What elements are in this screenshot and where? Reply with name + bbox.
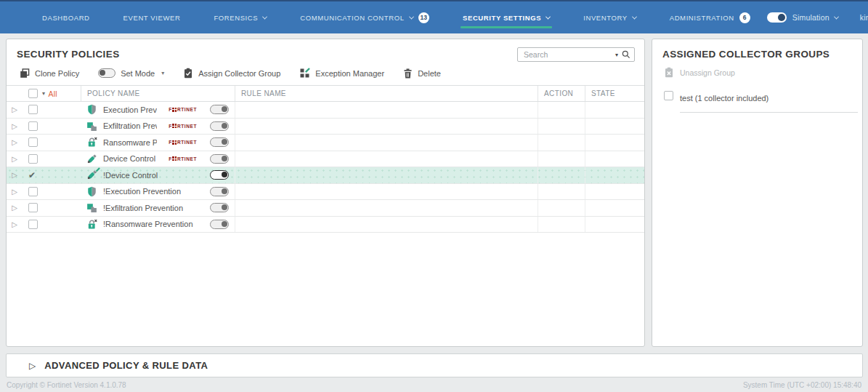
table-row-execution-prevention[interactable]: ▷ Execution PreventionFRTINET (7, 102, 644, 119)
simulation-mode-menu[interactable]: Simulation (792, 13, 838, 22)
row-selected-checkmark-icon[interactable]: ✔ (28, 170, 36, 180)
shield-icon (86, 104, 97, 115)
advanced-bar-label: ADVANCED POLICY & RULE DATA (44, 360, 208, 371)
simulation-mode-label: Simulation (792, 13, 830, 22)
select-all-checkbox[interactable] (28, 89, 38, 98)
action-cell (538, 102, 585, 118)
nav-items: DASHBOARDEVENT VIEWERFORENSICSCOMMUNICAT… (25, 1, 767, 33)
policy-name-cell: Exfiltration PreventionFRTINET (81, 119, 235, 135)
nav-item-communication-control[interactable]: COMMUNICATION CONTROL13 (283, 1, 446, 33)
exception-icon (299, 68, 310, 79)
assign-collector-group-button[interactable]: Assign Collector Group (183, 68, 280, 79)
row-checkbox[interactable] (28, 203, 38, 212)
exception-manager-button[interactable]: Exception Manager (299, 68, 384, 79)
nav-item-label: EVENT VIEWER (123, 14, 181, 22)
nav-item-dashboard[interactable]: DASHBOARD (25, 1, 107, 33)
nav-item-security-settings[interactable]: SECURITY SETTINGS (446, 1, 567, 33)
row-checkbox[interactable] (28, 137, 38, 147)
table-row-device-control[interactable]: ▷✔ !Device Control (7, 167, 644, 184)
chevron-down-icon (545, 14, 551, 19)
chevron-down-icon (834, 14, 839, 19)
advanced-policy-rule-data-bar[interactable]: ▷ ADVANCED POLICY & RULE DATA (6, 353, 863, 377)
expand-row-icon[interactable]: ▷ (7, 151, 23, 167)
policy-state-toggle[interactable] (210, 154, 229, 164)
usb-icon (86, 169, 97, 180)
fortinet-grid-logo[interactable] (11, 9, 15, 25)
group-checkbox[interactable] (664, 91, 673, 100)
policy-name-label: !Execution Prevention (103, 187, 181, 196)
row-checkbox[interactable] (28, 220, 38, 229)
policy-name-cell: Execution PreventionFRTINET (81, 102, 235, 118)
policy-state-toggle[interactable] (210, 121, 229, 131)
toolbar-button-label: Assign Collector Group (198, 69, 280, 78)
state-cell (585, 151, 644, 167)
table-row-device-control[interactable]: ▷ Device ControlFRTINET (7, 151, 644, 168)
row-select-cell (23, 151, 81, 167)
expand-row-icon[interactable]: ▷ (7, 184, 23, 200)
expand-row-icon[interactable]: ▷ (7, 217, 23, 233)
nav-item-forensics[interactable]: FORENSICS (197, 1, 283, 33)
policy-name-label: Exfiltration Prevention (103, 121, 157, 130)
dropdown-caret-icon[interactable]: ▾ (161, 70, 164, 76)
table-row-execution-prevention[interactable]: ▷ !Execution Prevention (7, 184, 644, 201)
header-expander-col (7, 86, 23, 101)
nav-right: Simulation kirill (767, 1, 868, 33)
unassign-clipboard-icon (664, 67, 674, 78)
state-cell (585, 135, 644, 151)
delete-button[interactable]: Delete (403, 68, 441, 79)
policy-state-toggle[interactable] (210, 137, 229, 147)
policy-state-toggle[interactable] (210, 170, 229, 180)
expand-row-icon[interactable]: ▷ (7, 119, 23, 135)
expand-row-icon[interactable]: ▷ (7, 135, 23, 151)
policy-name-label: Ransomware Prevention (103, 138, 157, 147)
search-input[interactable] (524, 50, 615, 59)
expand-row-icon[interactable]: ▷ (7, 167, 23, 183)
row-checkbox[interactable] (28, 121, 38, 131)
policies-table-body: ▷ Execution PreventionFRTINET▷ Exfiltrat… (7, 102, 644, 233)
user-menu[interactable]: kirill (860, 13, 868, 22)
nav-item-label: INVENTORY (583, 14, 627, 22)
action-cell (538, 135, 585, 151)
search-icon[interactable] (622, 50, 630, 59)
group-label-wrap: test (1 collector included) (680, 91, 858, 113)
unassign-group-button[interactable]: Unassign Group (652, 63, 862, 79)
policy-state-toggle[interactable] (210, 203, 229, 212)
select-all-caret-icon[interactable]: ▾ (42, 90, 45, 97)
fortinet-logo: FRTINET (169, 124, 197, 129)
table-row-exfiltration-prevention[interactable]: ▷ Exfiltration PreventionFRTINET (7, 119, 644, 135)
expand-triangle-icon[interactable]: ▷ (29, 361, 36, 371)
shield-icon (86, 186, 97, 197)
search-box: ▾ (517, 47, 635, 62)
search-filter-caret-icon[interactable]: ▾ (615, 52, 618, 58)
policy-state-toggle[interactable] (210, 105, 229, 114)
fortinet-logo: FRTINET (169, 107, 197, 112)
simulation-toggle[interactable] (767, 12, 787, 23)
row-checkbox[interactable] (28, 187, 38, 196)
nav-item-event-viewer[interactable]: EVENT VIEWER (107, 1, 198, 33)
nav-item-administration[interactable]: ADMINISTRATION6 (653, 1, 767, 33)
state-cell (585, 200, 644, 216)
policy-name-label: Execution Prevention (103, 105, 157, 114)
top-nav: DASHBOARDEVENT VIEWERFORENSICSCOMMUNICAT… (0, 0, 868, 33)
table-row-ransomware-prevention[interactable]: ▷ Ransomware PreventionFRTINET (7, 135, 644, 151)
count-badge: 6 (739, 12, 750, 23)
expand-row-icon[interactable]: ▷ (7, 200, 23, 216)
nav-item-inventory[interactable]: INVENTORY (567, 1, 652, 33)
select-all-label[interactable]: All (48, 89, 57, 98)
expand-row-icon[interactable]: ▷ (7, 102, 23, 118)
table-row-exfiltration-prevention[interactable]: ▷ !Exfiltration Prevention (7, 200, 644, 217)
policy-name-label: Device Control (103, 154, 155, 163)
nav-item-label: FORENSICS (214, 14, 258, 22)
toolbar-button-label: Clone Policy (35, 69, 79, 78)
row-checkbox[interactable] (28, 105, 38, 114)
row-checkbox[interactable] (28, 154, 38, 164)
policy-state-toggle[interactable] (210, 220, 229, 229)
set-mode-button[interactable]: Set Mode▾ (98, 68, 164, 78)
policy-name-label: !Device Control (103, 171, 158, 180)
clone-policy-button[interactable]: Clone Policy (20, 68, 79, 79)
toggle-knob (778, 14, 785, 21)
action-cell (538, 167, 585, 183)
policy-state-toggle[interactable] (210, 187, 229, 196)
table-row-ransomware-prevention[interactable]: ▷ !Ransomware Prevention (7, 217, 644, 233)
ransomware-icon (86, 137, 97, 148)
